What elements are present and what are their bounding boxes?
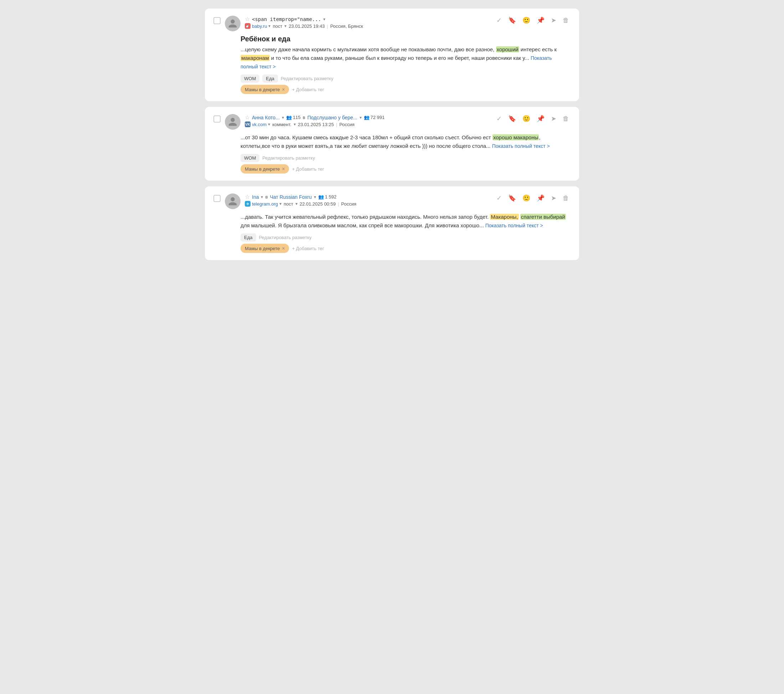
bookmark-button[interactable]: 🔖 [507, 114, 517, 123]
channel-dropdown-icon[interactable]: ▾ [314, 194, 316, 199]
select-checkbox[interactable] [214, 195, 221, 202]
channel-name[interactable]: Подслушано у бере... [307, 115, 357, 120]
tags-row: ЕдаРедактировать разметку [240, 234, 570, 242]
author-dropdown-icon[interactable]: ▾ [323, 17, 325, 22]
source-dropdown-icon[interactable]: ▾ [268, 23, 270, 28]
author-name[interactable]: <span itemprop="name... [252, 16, 321, 22]
author-name[interactable]: Анна Кото... [252, 115, 280, 120]
share-button[interactable]: ➤ [550, 194, 558, 203]
trash-button[interactable]: 🗑 [561, 194, 570, 203]
source-wrapper: ✈telegram.org▾ [245, 201, 282, 207]
star-icon[interactable]: ☆ [245, 194, 250, 200]
colored-tag: Мамы в декрете× [240, 244, 289, 253]
post-type-label: пост [284, 201, 293, 207]
author-members-badge: 👥 115 [286, 115, 301, 120]
emoji-button[interactable]: 🙂 [521, 194, 532, 203]
post-type-dropdown-icon[interactable]: ▾ [294, 122, 296, 127]
post-card-1: ✓🔖🙂📌➤🗑☆<span itemprop="name...▾🍼baby.ru▾… [205, 8, 579, 101]
channel-dropdown-icon[interactable]: ▾ [359, 115, 362, 120]
separator: | [327, 23, 328, 29]
source-icon: ✈ [245, 201, 250, 207]
remove-tag-button[interactable]: × [282, 245, 285, 251]
tag-label[interactable]: WOM [240, 74, 259, 83]
colored-tags-row: Мамы в декрете×+ Добавить тег [240, 164, 570, 173]
show-more-link[interactable]: Показать полный текст > [485, 223, 543, 229]
author-dropdown-icon[interactable]: ▾ [282, 115, 284, 120]
tag-label[interactable]: Еда [240, 234, 256, 242]
separator: | [336, 122, 337, 127]
source-wrapper: VKvk.com▾ [245, 122, 270, 127]
pin-button[interactable]: 📌 [535, 114, 546, 123]
in-label: в [303, 115, 305, 120]
pin-button[interactable]: 📌 [535, 194, 546, 203]
check-button[interactable]: ✓ [495, 114, 503, 123]
channel-members-count: 1 592 [325, 194, 337, 199]
in-label: в [265, 194, 268, 199]
post-type-label: пост [273, 23, 282, 29]
tag-label[interactable]: Еда [262, 74, 278, 83]
select-checkbox[interactable] [214, 17, 221, 24]
bookmark-button[interactable]: 🔖 [507, 194, 517, 203]
add-tag-button[interactable]: + Добавить тег [292, 166, 324, 172]
card-actions: ✓🔖🙂📌➤🗑 [495, 114, 570, 123]
emoji-button[interactable]: 🙂 [521, 114, 532, 123]
show-more-link[interactable]: Показать полный текст > [240, 55, 552, 69]
star-icon[interactable]: ☆ [245, 114, 250, 121]
star-icon[interactable]: ☆ [245, 16, 250, 23]
share-button[interactable]: ➤ [550, 114, 558, 123]
edit-markup-button[interactable]: Редактировать разметку [281, 76, 334, 81]
post-type-dropdown-icon[interactable]: ▾ [284, 23, 287, 28]
remove-tag-button[interactable]: × [282, 87, 285, 92]
check-button[interactable]: ✓ [495, 16, 503, 25]
post-location: Россия, Брянск [330, 23, 363, 29]
source-dropdown-icon[interactable]: ▾ [268, 122, 270, 127]
source-icon: VK [245, 122, 250, 127]
post-card-2: ✓🔖🙂📌➤🗑☆Анна Кото...▾👥 115вПодслушано у б… [205, 107, 579, 181]
post-type-dropdown-icon[interactable]: ▾ [295, 201, 298, 206]
show-more-link[interactable]: Показать полный текст > [492, 143, 550, 149]
post-body: ...целую схему даже начала кормить с мул… [240, 45, 570, 71]
source-icon: 🍼 [245, 23, 250, 29]
pin-button[interactable]: 📌 [535, 16, 546, 25]
post-card-3: ✓🔖🙂📌➤🗑☆Ina▾вЧат Russian Foxru▾👥 1 592✈te… [205, 186, 579, 260]
author-dropdown-icon[interactable]: ▾ [261, 194, 263, 199]
colored-tag-label: Мамы в декрете [245, 87, 280, 92]
share-button[interactable]: ➤ [550, 16, 558, 25]
add-tag-button[interactable]: + Добавить тег [292, 246, 324, 251]
separator: | [338, 201, 339, 207]
highlight-1: хорошо макароны [492, 134, 539, 140]
select-checkbox[interactable] [214, 115, 221, 123]
edit-markup-button[interactable]: Редактировать разметку [259, 235, 312, 240]
source-dropdown-icon[interactable]: ▾ [279, 201, 282, 206]
card-actions: ✓🔖🙂📌➤🗑 [495, 194, 570, 203]
colored-tags-row: Мамы в декрете×+ Добавить тег [240, 85, 570, 94]
tag-label[interactable]: WOM [240, 154, 259, 162]
bookmark-button[interactable]: 🔖 [507, 16, 517, 25]
check-button[interactable]: ✓ [495, 194, 503, 203]
colored-tag: Мамы в декрете× [240, 85, 289, 94]
emoji-button[interactable]: 🙂 [521, 16, 532, 25]
post-date: 22.01.2025 00:59 [300, 201, 336, 207]
channel-name[interactable]: Чат Russian Foxru [270, 194, 311, 200]
avatar [225, 114, 240, 130]
post-date: 23.01.2025 19:43 [289, 23, 324, 29]
highlight-1: Макароны, [490, 214, 519, 220]
post-location: Россия [339, 122, 354, 127]
edit-markup-button[interactable]: Редактировать разметку [262, 155, 315, 161]
colored-tag-label: Мамы в декрете [245, 166, 280, 172]
tags-row: WOMЕдаРедактировать разметку [240, 74, 570, 83]
highlight-2: макаронам [240, 55, 270, 61]
source-name[interactable]: baby.ru [252, 23, 267, 29]
highlight-2: спагетти выбирай [520, 214, 566, 220]
author-name[interactable]: Ina [252, 194, 259, 200]
trash-button[interactable]: 🗑 [561, 16, 570, 25]
post-date: 23.01.2025 13:25 [298, 122, 334, 127]
add-tag-button[interactable]: + Добавить тег [292, 87, 324, 92]
source-name[interactable]: vk.com [252, 122, 267, 127]
channel-members-count: 72 991 [371, 115, 385, 120]
channel-members-badge: 👥 1 592 [318, 194, 337, 199]
remove-tag-button[interactable]: × [282, 166, 285, 172]
avatar [225, 16, 240, 31]
trash-button[interactable]: 🗑 [561, 114, 570, 123]
source-name[interactable]: telegram.org [252, 201, 278, 207]
